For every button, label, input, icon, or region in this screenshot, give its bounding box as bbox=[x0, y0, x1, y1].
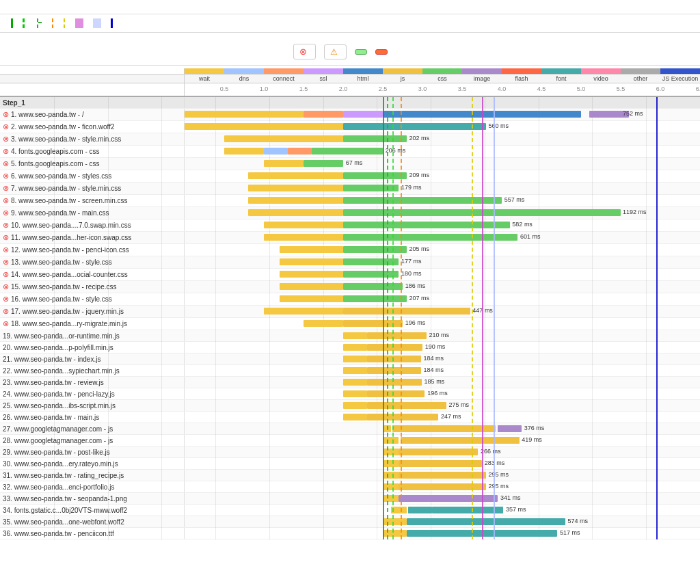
row-name-text: 3. www.seo-panda.tw - style.min.css bbox=[11, 135, 121, 143]
bar-segment-wait bbox=[264, 234, 343, 241]
render-block-icon: ⊗ bbox=[3, 295, 9, 304]
waterfall-container: waitdnsconnectsslhtmljscssimageflashfont… bbox=[0, 68, 700, 539]
legend-on-load bbox=[93, 18, 104, 28]
row-name-text: 13. www.seo-panda.tw - style.css bbox=[11, 258, 112, 266]
row-name: ⊗3. www.seo-panda.tw - style.min.css bbox=[0, 133, 185, 145]
row-name: 27. www.googletagmanager.com - js bbox=[0, 423, 185, 434]
row-bars: 202 ms bbox=[185, 133, 700, 144]
data-row: 30. www.seo-panda...ery.rateyo.min.js283… bbox=[0, 458, 700, 470]
bar-segment-wait bbox=[343, 390, 367, 397]
duration-label: 184 ms bbox=[423, 355, 444, 362]
data-row: 29. www.seo-panda.tw - post-like.js266 m… bbox=[0, 446, 700, 458]
bar-segment-css bbox=[343, 271, 399, 278]
bar-segment-connect bbox=[304, 111, 343, 118]
badge-insecure: ⚠ bbox=[324, 44, 347, 59]
duration-label: 184 ms bbox=[423, 366, 444, 373]
row-name-text: 11. www.seo-panda...her-icon.swap.css bbox=[11, 234, 131, 241]
cat-label-dns: dns bbox=[224, 75, 264, 83]
bar-segment-css bbox=[343, 135, 407, 142]
row-bars: 206 ms bbox=[185, 146, 700, 157]
data-row: ⊗11. www.seo-panda...her-icon.swap.css60… bbox=[0, 232, 700, 244]
row-name: ⊗1. www.seo-panda.tw - / bbox=[0, 109, 185, 120]
row-bars: 419 ms bbox=[185, 435, 700, 446]
scale-tick: 6.5 bbox=[696, 85, 700, 92]
data-row: 31. www.seo-panda.tw - rating_recipe.js2… bbox=[0, 470, 700, 481]
step-row: Step_1 bbox=[0, 97, 700, 109]
cat-label-wait: wait bbox=[185, 75, 224, 83]
row-name: 26. www.seo-panda.tw - main.js bbox=[0, 412, 185, 423]
bar-segment-wait bbox=[383, 495, 399, 502]
data-row: 24. www.seo-panda.tw - penci-lazy.js196 … bbox=[0, 388, 700, 400]
cat-label-ssl: ssl bbox=[304, 75, 343, 83]
duration-label: 557 ms bbox=[504, 196, 525, 203]
bar-segment-wait bbox=[343, 414, 367, 420]
duration-label: 179 ms bbox=[401, 184, 422, 191]
data-row: ⊗18. www.seo-panda...ry-migrate.min.js19… bbox=[0, 318, 700, 330]
row-name-text: 18. www.seo-panda...ry-migrate.min.js bbox=[11, 320, 127, 328]
bar-segment-wait bbox=[280, 271, 343, 278]
bar-segment-js bbox=[367, 402, 446, 409]
row-bars: 196 ms bbox=[185, 318, 700, 329]
data-row: ⊗5. fonts.googleapis.com - css67 ms bbox=[0, 158, 700, 170]
row-bars: 376 ms bbox=[185, 423, 700, 434]
row-name-text: 17. www.seo-panda.tw - jquery.min.js bbox=[11, 308, 124, 315]
duration-label: 207 ms bbox=[409, 295, 430, 302]
duration-label: 210 ms bbox=[429, 332, 450, 338]
row-bars: 752 ms bbox=[185, 109, 700, 120]
row-name-text: 21. www.seo-panda.tw - index.js bbox=[3, 356, 100, 363]
duration-label: 341 ms bbox=[500, 494, 521, 501]
duration-label: 205 ms bbox=[409, 245, 430, 252]
bar-segment-wait bbox=[383, 483, 399, 490]
render-block-icon: ⊗ bbox=[299, 46, 307, 57]
row-bars: 190 ms bbox=[185, 342, 700, 353]
row-bars: 209 ms bbox=[185, 170, 700, 181]
bar-segment-js bbox=[367, 414, 438, 420]
badges-row: ⊗ ⚠ bbox=[0, 38, 700, 66]
bar-segment-css bbox=[343, 258, 399, 265]
bar-segment-css bbox=[343, 234, 517, 241]
bar-segment-css bbox=[304, 160, 343, 167]
bar-segment-wait bbox=[224, 135, 343, 142]
bar-segment-wait bbox=[185, 123, 343, 130]
bar-segment-js bbox=[399, 449, 478, 455]
data-row: 25. www.seo-panda...ibs-script.min.js275… bbox=[0, 400, 700, 412]
row-name-text: 27. www.googletagmanager.com - js bbox=[3, 425, 113, 433]
duration-label: 196 ms bbox=[405, 319, 426, 326]
row-name: 36. www.seo-panda.tw - penciicon.ttf bbox=[0, 528, 185, 539]
scale-tick: 5.5 bbox=[617, 85, 625, 92]
bar-segment-image bbox=[399, 495, 498, 502]
duration-label: 180 ms bbox=[401, 270, 422, 277]
row-name-text: 5. fonts.googleapis.com - css bbox=[11, 160, 100, 168]
row-name: ⊗8. www.seo-panda.tw - screen.min.css bbox=[0, 195, 185, 206]
row-name: 21. www.seo-panda.tw - index.js bbox=[0, 353, 185, 364]
row-bars bbox=[185, 97, 700, 108]
bar-segment-wait bbox=[280, 258, 343, 265]
row-bars: 447 ms bbox=[185, 306, 700, 317]
data-row: 34. fonts.gstatic.c...0bj20VTS-mww.woff2… bbox=[0, 505, 700, 516]
bar-segment-wait bbox=[343, 402, 367, 409]
row-bars: 275 ms bbox=[185, 400, 700, 411]
row-bars: 1192 ms bbox=[185, 207, 700, 218]
row-bars: 196 ms bbox=[185, 388, 700, 399]
legend-start-render bbox=[11, 18, 16, 28]
duration-label: 1192 ms bbox=[623, 209, 647, 215]
bar-segment-js bbox=[399, 483, 486, 490]
duration-label: 295 ms bbox=[489, 483, 509, 490]
row-name-text: 15. www.seo-panda.tw - recipe.css bbox=[11, 283, 117, 291]
bar-segment-wait bbox=[383, 460, 399, 467]
row-bars: 247 ms bbox=[185, 412, 700, 423]
bar-segment-js bbox=[401, 437, 520, 444]
bar-segment-wait bbox=[280, 283, 343, 290]
row-name-text: 36. www.seo-panda.tw - penciicon.ttf bbox=[3, 530, 114, 537]
row-bars: 205 ms bbox=[185, 244, 700, 255]
bar-segment-css bbox=[343, 209, 621, 216]
data-row: ⊗3. www.seo-panda.tw - style.min.css202 … bbox=[0, 133, 700, 146]
bar-segment-js bbox=[367, 379, 422, 386]
bar-segment-wait bbox=[343, 344, 367, 351]
cat-label-font: font bbox=[541, 75, 581, 83]
cat-label-css: css bbox=[422, 75, 462, 83]
row-name: 33. www.seo-panda.tw - seopanda-1.png bbox=[0, 493, 185, 504]
row-name-text: 28. www.googletagmanager.com - js bbox=[3, 437, 113, 444]
duration-label: 266 ms bbox=[481, 448, 501, 455]
legend-bar bbox=[0, 14, 700, 33]
